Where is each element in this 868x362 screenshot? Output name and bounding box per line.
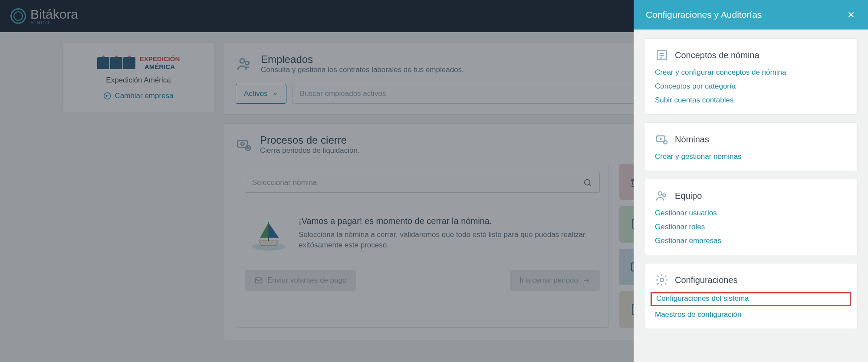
drawer-link[interactable]: Conceptos por categoría — [655, 82, 847, 91]
svg-point-19 — [663, 194, 666, 197]
drawer-section: Conceptos de nóminaCrear y configurar co… — [644, 38, 858, 115]
drawer-title: Configuraciones y Auditorías — [646, 10, 762, 20]
close-drawer-button[interactable] — [846, 10, 856, 20]
drawer-body: Conceptos de nóminaCrear y configurar co… — [634, 30, 868, 346]
svg-point-20 — [660, 278, 664, 282]
drawer-link[interactable]: Crear y configurar conceptos de nómina — [655, 68, 847, 77]
drawer-link[interactable]: Configuraciones del sistema — [656, 294, 845, 303]
section-title: Conceptos de nómina — [675, 50, 760, 60]
drawer-section: ConfiguracionesConfiguraciones del siste… — [644, 263, 858, 329]
drawer-link[interactable]: Subir cuentas contables — [655, 96, 847, 105]
drawer-link[interactable]: Gestionar usuarios — [655, 209, 847, 217]
section-icon — [655, 189, 669, 203]
close-icon — [846, 10, 856, 20]
drawer-link[interactable]: Crear y gestionar nóminas — [655, 152, 847, 161]
svg-point-17 — [664, 141, 667, 144]
config-drawer: Configuraciones y Auditorías Conceptos d… — [634, 0, 868, 362]
drawer-link[interactable]: Gestionar empresas — [655, 237, 847, 245]
section-icon — [655, 132, 669, 146]
svg-point-18 — [658, 192, 662, 195]
section-title: Nóminas — [675, 135, 709, 145]
drawer-link[interactable]: Gestionar roles — [655, 223, 847, 231]
section-icon — [655, 273, 669, 287]
drawer-section: EquipoGestionar usuariosGestionar rolesG… — [644, 179, 858, 255]
section-title: Equipo — [675, 191, 702, 201]
drawer-link[interactable]: Maestros de configuración — [655, 310, 847, 319]
drawer-section: NóminasCrear y gestionar nóminas — [644, 122, 858, 171]
section-title: Configuraciones — [675, 275, 738, 285]
highlighted-link: Configuraciones del sistema — [651, 292, 851, 306]
section-icon — [655, 48, 669, 62]
